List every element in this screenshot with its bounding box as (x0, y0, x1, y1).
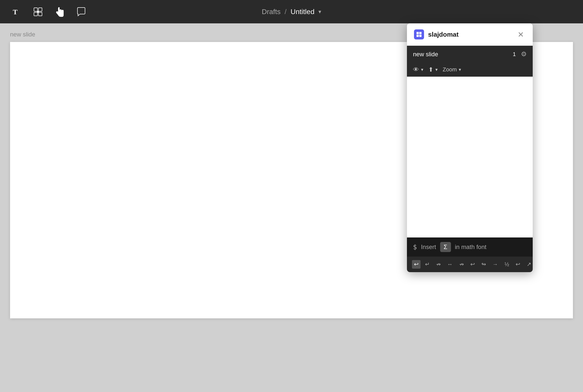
symbol-arrow-not2[interactable]: ↛ (457, 260, 466, 269)
symbol-arrow-left[interactable]: ↩ (412, 260, 421, 269)
svg-rect-6 (417, 32, 419, 34)
top-toolbar: T Drafts / Untitled ▾ (0, 0, 583, 23)
insert-label[interactable]: Insert (421, 243, 436, 251)
panel-header: slajdomat ✕ (407, 23, 533, 46)
layout-tool-button[interactable] (32, 6, 44, 18)
title-chevron-icon[interactable]: ▾ (318, 9, 321, 15)
panel-controls-bar: 👁 ▾ ⬆ ▾ Zoom ▾ (407, 63, 533, 77)
panel-slide-name: new slide (413, 51, 438, 58)
zoom-label: Zoom (443, 66, 457, 73)
panel-eye-button[interactable]: 👁 ▾ (413, 66, 423, 73)
symbol-arrow-back[interactable]: ↩ (468, 260, 477, 269)
upload-icon: ⬆ (428, 66, 433, 73)
eye-icon: 👁 (413, 66, 419, 73)
svg-rect-9 (419, 35, 422, 37)
panel-slide-count: 1 (513, 51, 516, 58)
toolbar-tools: T (10, 6, 88, 18)
symbol-arrow-back2[interactable]: ↩ (514, 260, 522, 269)
panel-slide-preview (407, 77, 533, 237)
panel-settings-icon[interactable]: ⚙ (521, 50, 527, 58)
symbol-arrow-right[interactable]: → (490, 260, 500, 269)
toolbar-breadcrumb: Drafts / Untitled ▾ (262, 8, 321, 16)
breadcrumb-drafts[interactable]: Drafts (262, 8, 281, 16)
page-title: Untitled (290, 8, 314, 16)
panel-bottom-bar: $ Insert Σ in math font (407, 237, 533, 257)
svg-point-5 (37, 11, 39, 13)
symbol-arrow-not[interactable]: ↛ (434, 260, 443, 269)
symbol-arrow-lr[interactable]: ↔ (445, 260, 455, 269)
svg-rect-7 (419, 32, 422, 34)
panel-symbols-row: ↩ ↵ ↛ ↔ ↛ ↩ ↬ → ½ ↩ ↗ (407, 257, 533, 272)
hand-tool-button[interactable] (53, 6, 66, 18)
symbol-arrow-diagonal[interactable]: ↗ (525, 260, 533, 269)
app-icon (414, 29, 424, 39)
breadcrumb-separator: / (284, 8, 286, 16)
sigma-icon[interactable]: Σ (440, 242, 451, 252)
svg-rect-1 (34, 8, 37, 11)
svg-rect-3 (34, 12, 37, 16)
panel-header-left: slajdomat (414, 29, 459, 39)
panel-close-button[interactable]: ✕ (516, 29, 526, 39)
symbol-half[interactable]: ½ (503, 260, 511, 269)
svg-rect-8 (417, 35, 419, 37)
panel-slide-right: 1 ⚙ (513, 50, 527, 58)
svg-text:T: T (13, 8, 18, 16)
panel-slide-bar: new slide 1 ⚙ (407, 46, 533, 63)
text-tool-button[interactable]: T (10, 6, 23, 18)
math-font-label: in math font (455, 243, 486, 251)
panel-zoom-button[interactable]: Zoom ▾ (443, 66, 461, 73)
svg-rect-2 (38, 8, 42, 11)
symbol-return[interactable]: ↵ (423, 260, 432, 269)
symbol-arrow-loop[interactable]: ↬ (479, 260, 488, 269)
svg-rect-4 (38, 12, 42, 16)
eye-chevron-icon: ▾ (421, 67, 423, 72)
zoom-chevron-icon: ▾ (459, 67, 461, 72)
dollar-sign: $ (413, 243, 417, 251)
panel-upload-button[interactable]: ⬆ ▾ (428, 66, 438, 73)
slajdomat-panel: slajdomat ✕ new slide 1 ⚙ 👁 ▾ ⬆ ▾ Zoom ▾… (407, 23, 533, 272)
comment-tool-button[interactable] (75, 6, 88, 18)
upload-chevron-icon: ▾ (435, 67, 438, 72)
panel-app-name: slajdomat (428, 31, 459, 38)
